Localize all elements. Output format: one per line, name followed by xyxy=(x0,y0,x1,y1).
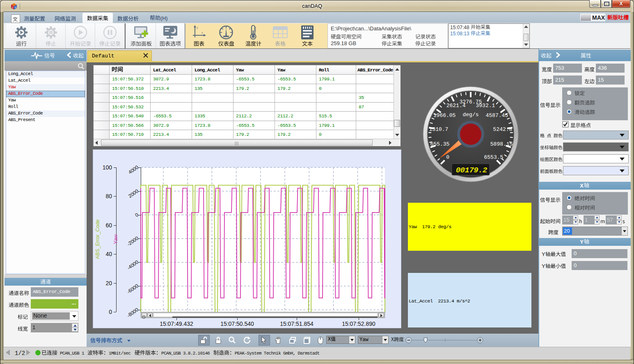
svg-text:N: N xyxy=(15,6,16,9)
svg-text:0: 0 xyxy=(446,154,449,160)
svg-text:y: y xyxy=(196,26,198,30)
svg-text:4587.45: 4587.45 xyxy=(486,112,508,119)
svg-text:6553.5: 6553.5 xyxy=(484,154,503,160)
svg-text:x: x xyxy=(201,31,203,34)
svg-text:1310.7: 1310.7 xyxy=(429,126,449,133)
svg-text:Yaw: Yaw xyxy=(113,234,119,244)
svg-text:1966.05: 1966.05 xyxy=(433,112,456,119)
svg-text:5242.8: 5242.8 xyxy=(493,126,513,133)
svg-text:deg/s: deg/s xyxy=(462,112,478,118)
svg-text:00179.2: 00179.2 xyxy=(456,166,487,175)
svg-text:655.35: 655.35 xyxy=(430,141,449,147)
svg-text:3932.1: 3932.1 xyxy=(476,103,495,109)
svg-text:C: C xyxy=(12,6,14,9)
svg-text:5898.15: 5898.15 xyxy=(490,141,513,147)
svg-text:ABS_Error_Code: ABS_Error_Code xyxy=(95,220,101,259)
